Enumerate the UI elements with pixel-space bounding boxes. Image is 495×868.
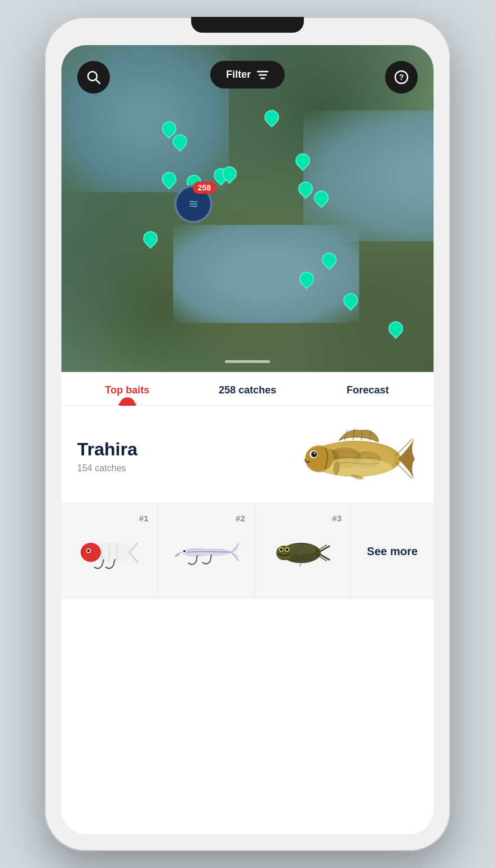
svg-point-20 — [311, 451, 317, 457]
phone-screen: ≋ 258 Filter — [61, 45, 434, 834]
map-pin[interactable] — [322, 253, 334, 268]
bait-image-1 — [68, 530, 151, 575]
filter-icon — [257, 70, 269, 80]
cluster-count-badge: 258 — [193, 181, 216, 194]
wave-icon: ≋ — [188, 197, 198, 211]
map-water-area-3 — [303, 110, 434, 241]
svg-point-40 — [276, 546, 292, 560]
map-pin[interactable] — [299, 272, 312, 287]
phone-frame: ≋ 258 Filter — [45, 17, 450, 851]
svg-line-32 — [202, 563, 205, 564]
map-pin[interactable] — [264, 110, 277, 126]
bait-rank-3: #3 — [332, 513, 342, 523]
fish-name: Trahira — [77, 439, 282, 460]
fish-illustration — [294, 425, 418, 487]
map-pin[interactable] — [173, 134, 185, 150]
search-icon — [86, 70, 101, 85]
svg-line-28 — [105, 567, 108, 568]
bait-rank-2: #2 — [236, 513, 245, 523]
svg-line-27 — [94, 567, 96, 568]
map-cluster-marker[interactable]: ≋ 258 — [174, 185, 213, 223]
lure-illustration-2 — [172, 537, 240, 568]
map-pin[interactable] — [388, 321, 401, 337]
svg-line-16 — [370, 432, 370, 441]
tabs-row: Top baits 258 catches Forecast — [61, 372, 434, 405]
map-pin[interactable] — [295, 153, 308, 169]
fish-image-container — [282, 419, 418, 493]
filter-label: Filter — [226, 69, 251, 81]
svg-point-44 — [286, 548, 289, 551]
tab-top-baits[interactable]: Top baits — [67, 372, 187, 405]
see-more-card[interactable]: See more — [351, 503, 434, 599]
bait-image-2 — [165, 530, 247, 575]
tab-catches[interactable]: 258 catches — [187, 372, 307, 405]
tab-forecast[interactable]: Forecast — [308, 372, 428, 405]
map-pin[interactable] — [143, 231, 156, 247]
map-pin[interactable] — [162, 172, 174, 188]
fish-info: Trahira 154 catches — [77, 439, 282, 473]
phone-notch — [191, 17, 304, 33]
see-more-label: See more — [367, 545, 418, 558]
map-scroll-indicator — [225, 360, 270, 363]
fish-section: Trahira 154 catches — [61, 406, 434, 503]
map-pin[interactable] — [343, 293, 356, 309]
bait-card-3[interactable]: #3 — [255, 503, 351, 599]
svg-text:?: ? — [399, 73, 404, 82]
svg-point-23 — [81, 543, 101, 562]
svg-point-18 — [306, 446, 333, 471]
search-button[interactable] — [77, 61, 110, 94]
lure-illustration-3 — [273, 537, 332, 568]
svg-point-30 — [87, 549, 90, 552]
bait-image-3 — [262, 530, 344, 575]
map-pin[interactable] — [222, 166, 235, 182]
bait-card-2[interactable]: #2 — [158, 503, 254, 599]
cluster-circle: ≋ 258 — [174, 185, 213, 223]
svg-line-31 — [188, 563, 191, 564]
help-icon: ? — [394, 70, 409, 85]
svg-point-42 — [280, 548, 283, 551]
svg-point-21 — [314, 453, 316, 454]
map-section[interactable]: ≋ 258 Filter — [61, 45, 434, 372]
fish-catches-count: 154 catches — [77, 463, 282, 473]
lure-illustration-1 — [78, 534, 140, 571]
map-pin[interactable] — [298, 181, 311, 197]
svg-line-1 — [96, 79, 100, 83]
bait-rank-1: #1 — [139, 513, 149, 523]
tabs-section: Top baits 258 catches Forecast — [61, 372, 434, 406]
bait-card-1[interactable]: #1 — [61, 503, 158, 599]
help-button[interactable]: ? — [385, 61, 418, 94]
map-pin[interactable] — [314, 191, 326, 206]
baits-section: #1 — [61, 503, 434, 599]
filter-button[interactable]: Filter — [210, 61, 285, 88]
svg-point-34 — [183, 550, 185, 552]
bottom-area — [61, 599, 434, 834]
